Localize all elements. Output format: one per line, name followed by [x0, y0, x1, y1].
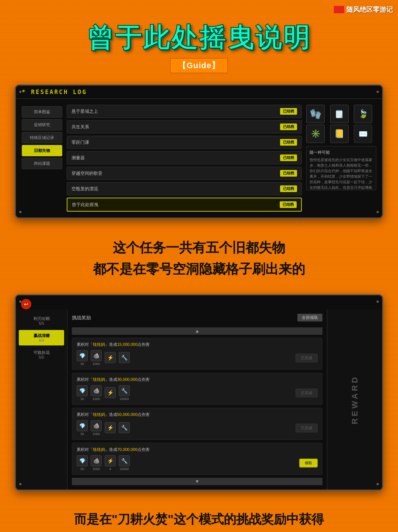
top-logo: 随风绝区零游记 — [334, 5, 393, 14]
quest-item-0[interactable]: 悬于星域之上 已结档 — [67, 105, 302, 118]
panel2-body: 利刃出鞘 5/5 赢战清栅 6/8 守践折花 5/5 挑战奖励 全部领取 ▲ — [16, 309, 382, 490]
research-sidebar: 简单图鉴 促销研究 特殊区域记录 旧都失物 跨站课题 — [22, 105, 62, 212]
item-slot-2[interactable]: 🍃 — [354, 105, 372, 123]
reward-item-stone-2: 🪨 1000 — [91, 420, 102, 436]
item-slot-3[interactable]: ✳️ — [306, 125, 325, 143]
p2-sidebar: 利刃出鞘 5/5 赢战清栅 6/8 守践折花 5/5 — [16, 309, 67, 490]
claim-btn-3[interactable]: 领取 — [299, 459, 318, 467]
research-log-ui: 简单图鉴 促销研究 特殊区域记录 旧都失物 跨站课题 悬于星域之上 已结档 共生… — [16, 99, 382, 218]
quest-status-6: 已结档 — [280, 201, 297, 208]
reward-item-bolt-3: ⚡ 4 — [105, 455, 116, 471]
p2-section-title: 挑战奖励 — [72, 314, 91, 321]
item-desc-title: 随一种可能 — [310, 149, 373, 156]
p2-all-claim-btn[interactable]: 全部领取 — [297, 314, 322, 321]
bolt-icon-1: ⚡ — [105, 387, 116, 398]
reward-item-gear: 🔧 — [119, 352, 130, 364]
challenge-row-1: 累积对「纽纽妈」造成30,000,000点伤害 💎 30 🪨 1000 ⚡ — [72, 373, 322, 405]
item-slot-4[interactable]: 📒 — [330, 125, 349, 143]
p2-sidebar-liren-count: 5/5 — [20, 321, 63, 326]
quest-name-4: 穿越空间的歌音 — [71, 170, 102, 177]
item-slot-5[interactable]: ✉️ — [354, 125, 372, 143]
sidebar-item-kuazhan[interactable]: 跨站课题 — [22, 158, 62, 169]
back-icon: ↩ — [24, 301, 28, 307]
reward-item-diamond-1: 💎 30 — [77, 385, 88, 401]
reward-item-diamond-3: 💎 30 — [77, 455, 88, 471]
bolt-icon-2: ⚡ — [105, 422, 116, 433]
diamond-icon-1: 💎 — [77, 385, 88, 396]
p2-sidebar-liren[interactable]: 利刃出鞘 5/5 — [19, 314, 64, 328]
research-log-panel: ● ● RESEARCH LOG 简单图鉴 促销研究 特殊区域记录 旧都失物 跨… — [15, 84, 383, 219]
p2-challenge-content: 挑战奖励 全部领取 ▲ 累积对「纽纽妈」造成15,000,000点伤害 💎 30… — [67, 309, 327, 490]
reward-item-gear-1: 🔧 15000 — [119, 385, 130, 401]
sidebar-item-tesu[interactable]: 特殊区域记录 — [22, 132, 62, 143]
diamond-icon: 💎 — [77, 350, 88, 361]
quest-status-2: 已结档 — [280, 139, 297, 146]
sidebar-item-jiudou[interactable]: 旧都失物 — [22, 145, 62, 156]
scroll-down-arrow[interactable]: ▼ — [72, 478, 322, 485]
quest-status-5: 已结档 — [280, 185, 297, 192]
corner-bolt-bl: ● — [19, 209, 22, 215]
stone-icon-3: 🪨 — [91, 455, 102, 466]
text-line-2: 都不是在零号空洞隐藏格子刷出来的 — [22, 258, 376, 280]
p2-sidebar-shouzhe-label: 守践折花 — [20, 350, 63, 355]
reward-item-bolt: ⚡ — [105, 352, 116, 364]
quest-item-2[interactable]: 零距门课 已结档 — [67, 136, 302, 149]
sidebar-item-jiantujian[interactable]: 简单图鉴 — [22, 106, 62, 118]
quest-status-0: 已结档 — [280, 108, 297, 115]
item-mail-icon: ✉️ — [359, 129, 368, 138]
bolt-icon-3: ⚡ — [105, 455, 116, 466]
item-leaf-icon: 🍃 — [358, 109, 368, 119]
challenge-row-0: 累积对「纽纽妈」造成15,000,000点伤害 💎 30 🪨 1000 ⚡ — [72, 338, 322, 370]
quest-status-1: 已结档 — [280, 124, 297, 130]
gear-icon-3: 🔧 — [119, 455, 130, 466]
logo-text: 随风绝区零游记 — [346, 5, 393, 14]
gear-icon-2: 🔧 — [119, 422, 130, 433]
quest-item-4[interactable]: 穿越空间的歌音 已结档 — [67, 167, 302, 180]
item-glove-icon: 🧤 — [310, 108, 321, 120]
challenge-row-3: 累积对「纽纽妈」造成70,000,000点伤害 💎 30 🪨 1000 ⚡ 4 — [72, 443, 322, 475]
claim-btn-1[interactable]: 已完成 — [296, 389, 318, 397]
quest-item-6-highlighted[interactable]: 曾于此处摇曳 已结档 — [67, 198, 302, 212]
research-items-panel: 🧤 🗒️ 🍃 ✳️ 📒 ✉️ 随一种可能 — [306, 105, 376, 212]
scroll-up-arrow[interactable]: ▲ — [72, 327, 322, 335]
quest-name-0: 悬于星域之上 — [71, 108, 98, 115]
challenge-rewards-1: 💎 30 🪨 1000 ⚡ 🔧 15000 已完成 — [77, 385, 318, 401]
p2-header-bar: 挑战奖励 全部领取 — [72, 314, 322, 321]
quest-item-3[interactable]: 测量器 已结档 — [67, 151, 302, 164]
item-slot-0[interactable]: 🧤 — [306, 105, 325, 123]
reward-big-label: REWARD — [350, 375, 360, 424]
item-description: 随一种可能 曾经也是被祖先的少女在灾难中迷落家乡，饱受之人独和亲人独相相见一些，… — [306, 146, 376, 190]
reward-item-diamond-2: 💎 30 — [77, 420, 88, 436]
challenge-rewards-2: 💎 30 🪨 1000 ⚡ 🔧 已完成 — [77, 420, 318, 436]
bottom-text-line-1: 而是在"刀耕火焚"这个模式的挑战奖励中获得 — [22, 509, 376, 529]
claim-btn-0[interactable]: 已完成 — [296, 354, 318, 362]
reward-item-gear-3: 🔧 15000 — [119, 455, 130, 471]
item-card-icon: 🗒️ — [335, 109, 344, 118]
challenge-desc-0: 累积对「纽纽妈」造成15,000,000点伤害 — [77, 342, 318, 347]
quest-name-3: 测量器 — [71, 155, 85, 161]
p2-sidebar-yingzhan[interactable]: 赢战清栅 6/8 — [19, 330, 64, 345]
item-slot-1[interactable]: 🗒️ — [330, 105, 349, 123]
corner-bolt-bl-2: ● — [19, 481, 22, 487]
back-button[interactable]: ↩ — [21, 299, 31, 309]
diamond-icon-2: 💎 — [77, 420, 88, 431]
p2-reward-panel: REWARD — [327, 309, 382, 490]
quest-item-1[interactable]: 共生关系 已结档 — [67, 120, 302, 133]
stone-icon-2: 🪨 — [91, 420, 102, 431]
bottom-text-section: 而是在"刀耕火焚"这个模式的挑战奖励中获得 只要你多打打这个模式，就能收集齐五个… — [0, 498, 398, 532]
p2-sidebar-shouzhe[interactable]: 守践折花 5/5 — [19, 348, 64, 362]
challenge-desc-3: 累积对「纽纽妈」造成70,000,000点伤害 — [77, 447, 318, 452]
reward-item-gear-2: 🔧 — [119, 422, 130, 434]
sidebar-item-cuxiao[interactable]: 促销研究 — [22, 119, 62, 131]
corner-bolt-br-2: ● — [376, 481, 379, 487]
stone-icon: 🪨 — [91, 350, 102, 361]
p2-sidebar-yingzhan-count: 6/8 — [20, 338, 63, 343]
item-star-icon: ✳️ — [311, 129, 321, 139]
item-book-icon: 📒 — [334, 129, 344, 139]
quest-item-5[interactable]: 空瓶里的漂流 已结档 — [67, 182, 302, 195]
logo-flag-icon — [334, 6, 344, 13]
quest-status-3: 已结档 — [280, 154, 297, 161]
claim-btn-2[interactable]: 已完成 — [296, 424, 318, 432]
challenge-rewards-0: 💎 30 🪨 1000 ⚡ 🔧 已完成 — [77, 350, 318, 366]
challenge-row-2: 累积对「纽纽妈」造成50,000,000点伤害 💎 30 🪨 1000 ⚡ — [72, 408, 322, 440]
